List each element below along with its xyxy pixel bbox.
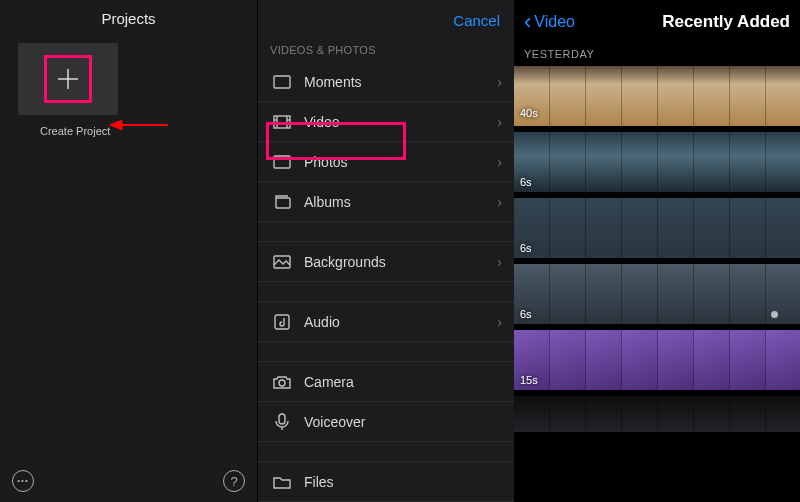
chevron-right-icon: › [497, 254, 502, 270]
camera-icon [270, 375, 294, 389]
backgrounds-icon [270, 255, 294, 269]
back-button[interactable]: ‹ Video [524, 13, 575, 31]
svg-point-18 [279, 380, 285, 386]
video-clip[interactable]: 40s [514, 66, 800, 126]
video-clip[interactable] [514, 396, 800, 432]
media-picker-panel: Cancel VIDEOS & PHOTOS Moments › Video ›… [257, 0, 514, 502]
row-label: Photos [304, 154, 348, 170]
row-label: Files [304, 474, 334, 490]
chevron-right-icon: › [497, 74, 502, 90]
svg-rect-15 [276, 198, 290, 208]
row-label: Albums [304, 194, 351, 210]
folder-icon [270, 475, 294, 489]
chevron-right-icon: › [497, 154, 502, 170]
svg-rect-19 [279, 414, 285, 424]
film-icon [270, 115, 294, 129]
chevron-right-icon: › [497, 194, 502, 210]
clip-duration: 6s [520, 176, 532, 188]
photo-icon [270, 155, 294, 169]
video-clip[interactable]: 15s [514, 330, 800, 390]
clip-duration: 40s [520, 107, 538, 119]
video-clip[interactable]: 6s [514, 132, 800, 192]
clip-duration: 6s [520, 308, 532, 320]
row-label: Moments [304, 74, 362, 90]
row-label: Camera [304, 374, 354, 390]
video-clip[interactable]: 6s [514, 198, 800, 258]
row-voiceover[interactable]: Voiceover [258, 402, 514, 442]
thumbnail-list: 40s 6s 6s 6s 15s [514, 66, 800, 502]
clip-duration: 15s [520, 374, 538, 386]
row-photos[interactable]: Photos › [258, 142, 514, 182]
row-files[interactable]: Files [258, 462, 514, 502]
svg-rect-6 [274, 76, 290, 88]
section-header-yesterday: YESTERDAY [514, 44, 800, 66]
video-clip[interactable]: 6s [514, 264, 800, 324]
media-grid-panel: ‹ Video Recently Added YESTERDAY 40s 6s … [514, 0, 800, 502]
plus-icon [54, 65, 82, 93]
clip-duration: 6s [520, 242, 532, 254]
page-title: Recently Added [662, 12, 790, 32]
chevron-right-icon: › [497, 114, 502, 130]
row-label: Video [304, 114, 340, 130]
row-audio[interactable]: Audio › [258, 302, 514, 342]
selection-dot-icon [771, 311, 778, 318]
audio-icon [270, 314, 294, 330]
cancel-button[interactable]: Cancel [453, 12, 500, 29]
media-grid-header: ‹ Video Recently Added [514, 0, 800, 44]
svg-marker-3 [110, 120, 122, 130]
chevron-right-icon: › [497, 314, 502, 330]
more-button[interactable]: ••• [12, 470, 34, 492]
albums-icon [270, 195, 294, 209]
help-button[interactable]: ? [223, 470, 245, 492]
row-camera[interactable]: Camera [258, 362, 514, 402]
moments-icon [270, 75, 294, 89]
row-backgrounds[interactable]: Backgrounds › [258, 242, 514, 282]
row-moments[interactable]: Moments › [258, 62, 514, 102]
row-label: Voiceover [304, 414, 365, 430]
projects-panel: Projects Create Project ••• ? [0, 0, 257, 502]
row-albums[interactable]: Albums › [258, 182, 514, 222]
annotation-arrow-icon [110, 118, 170, 132]
projects-title: Projects [0, 0, 257, 43]
row-video[interactable]: Video › [258, 102, 514, 142]
row-label: Audio [304, 314, 340, 330]
question-icon: ? [230, 474, 237, 489]
back-label: Video [534, 13, 575, 31]
create-project-highlight [44, 55, 92, 103]
create-project-tile[interactable] [18, 43, 118, 115]
microphone-icon [270, 413, 294, 431]
svg-rect-14 [274, 156, 290, 168]
media-picker-header: Cancel [258, 0, 514, 40]
section-header-videos-photos: VIDEOS & PHOTOS [258, 40, 514, 62]
row-label: Backgrounds [304, 254, 386, 270]
